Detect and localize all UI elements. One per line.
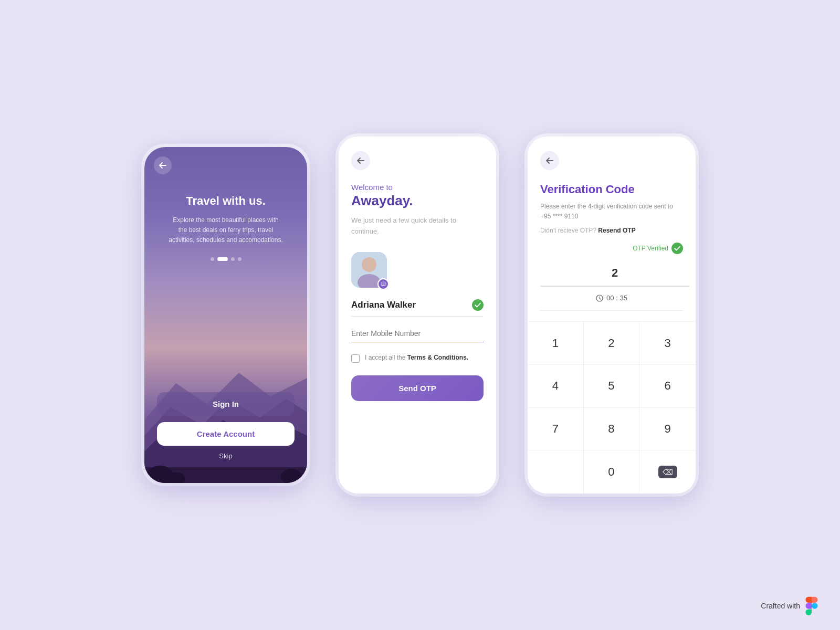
timer-display: 00 : 35 [606,294,627,302]
key-7[interactable]: 7 [528,408,584,451]
dot-3 [231,257,235,261]
key-3[interactable]: 3 [639,322,696,365]
keypad: 1 2 3 4 5 6 7 8 9 0 ⌫ [528,321,696,494]
key-4[interactable]: 4 [528,365,584,408]
phone1-subtitle: Explore the most beautiful places with t… [168,215,284,246]
phone1-title: Travel with us. [186,194,266,208]
verified-badge [472,299,484,311]
phone3-back-button[interactable] [540,151,559,170]
phone1-outer: Travel with us. Explore the most beautif… [141,144,310,486]
phone1-back-button[interactable] [154,156,172,174]
terms-row: I accept all the Terms & Conditions. [351,354,484,363]
key-1[interactable]: 1 [528,322,584,365]
key-8[interactable]: 8 [584,408,640,451]
welcome-title: Awayday. [351,193,484,209]
phone3-outer: Verification Code Please enter the 4-dig… [524,133,699,497]
otp-inputs [540,260,683,287]
crafted-with-footer: Crafted with [761,596,819,615]
verification-desc: Please enter the 4-digit verification co… [540,202,683,222]
key-5[interactable]: 5 [584,365,640,408]
welcome-sub: Welcome to [351,183,484,192]
resend-otp-button[interactable]: Resend OTP [598,227,635,234]
phone3: Verification Code Please enter the 4-dig… [528,136,696,494]
phone2: Welcome to Awayday. We just need a few q… [339,136,496,494]
key-2[interactable]: 2 [584,322,640,365]
dot-4 [238,257,242,261]
verification-title: Verification Code [540,183,683,196]
svg-point-11 [383,283,384,285]
phones-container: Travel with us. Explore the most beautif… [141,133,699,497]
key-empty [528,450,584,494]
carousel-dots [211,257,242,261]
otp-digit-1[interactable] [540,260,689,287]
phone3-top: Verification Code Please enter the 4-dig… [528,136,696,321]
dot-1 [211,257,214,261]
terms-text: I accept all the Terms & Conditions. [365,354,468,361]
key-0[interactable]: 0 [584,450,640,494]
key-6[interactable]: 6 [639,365,696,408]
svg-point-9 [362,257,376,272]
figma-icon [804,596,819,615]
otp-verified-text: OTP Verified [633,245,668,252]
mobile-input[interactable] [351,325,484,342]
skip-button[interactable]: Skip [219,452,232,460]
phone1-buttons: Sign In Create Account Skip [144,392,307,460]
phone2-back-button[interactable] [351,151,370,170]
camera-icon[interactable] [377,278,389,290]
key-delete[interactable]: ⌫ [639,450,696,494]
name-value: Adriana Walker [351,300,416,310]
resend-row: Didn't recieve OTP? Resend OTP [540,227,683,234]
otp-verified-row: OTP Verified [540,243,683,254]
create-account-button[interactable]: Create Account [157,422,295,446]
name-field: Adriana Walker [351,299,484,317]
dot-2 [217,257,228,261]
timer-row: 00 : 35 [540,294,683,311]
terms-checkbox[interactable] [351,354,360,363]
send-otp-button[interactable]: Send OTP [351,375,484,401]
phone2-outer: Welcome to Awayday. We just need a few q… [335,133,499,497]
crafted-text: Crafted with [761,602,800,610]
avatar-wrapper [351,252,387,288]
welcome-desc: We just need a few quick details to cont… [351,215,484,237]
phone1: Travel with us. Explore the most beautif… [144,147,307,483]
key-9[interactable]: 9 [639,408,696,451]
signin-button[interactable]: Sign In [157,392,295,416]
otp-verified-badge [671,243,683,254]
